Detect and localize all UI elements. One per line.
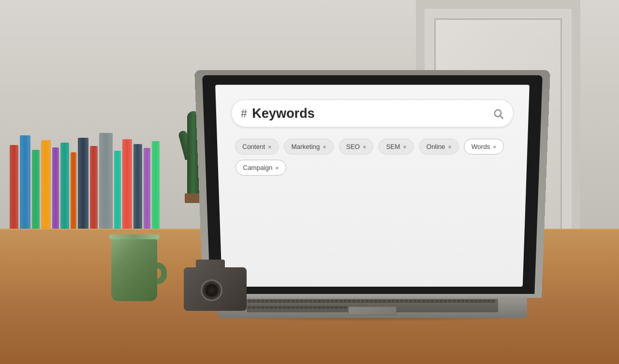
laptop-screen: # Keywords Content×Marketing×SEO×SEM×Onl… — [215, 85, 530, 287]
search-input-display[interactable]: Keywords — [252, 105, 493, 122]
keyboard-key — [265, 300, 269, 303]
keyboard-key — [452, 300, 456, 303]
keyboard-key — [256, 300, 260, 303]
keyboard-key — [300, 300, 304, 303]
keyboard-key — [348, 300, 352, 303]
search-bar[interactable]: # Keywords — [231, 100, 514, 127]
keyboard-key — [265, 306, 269, 309]
keyboard-key — [426, 300, 430, 303]
keyboard-key — [417, 300, 421, 303]
camera — [184, 258, 251, 311]
keyboard-key — [322, 306, 325, 309]
books-shelf — [0, 58, 184, 242]
tag-label: Words — [472, 143, 490, 150]
keyboard-key — [491, 300, 495, 303]
keyboard-key — [326, 300, 330, 303]
keyboard-key — [304, 300, 308, 303]
screen-content: # Keywords Content×Marketing×SEO×SEM×Onl… — [215, 85, 530, 287]
keyboard-key — [322, 300, 325, 303]
keyboard-key — [317, 300, 321, 303]
keyboard-key — [343, 306, 347, 309]
keyboard-key — [400, 300, 404, 303]
tag-label: SEO — [346, 143, 360, 150]
keyboard-key — [269, 300, 273, 303]
keyboard-key — [274, 306, 278, 309]
keyboard-key — [369, 300, 373, 303]
keyboard-key — [365, 300, 369, 303]
keyboard-key — [443, 300, 447, 303]
keyboard-key — [361, 300, 365, 303]
tag-remove-button[interactable]: × — [323, 144, 326, 150]
mug-rim — [109, 234, 160, 239]
keyboard-key — [291, 306, 295, 309]
keyboard-key — [470, 300, 473, 303]
book-item — [60, 143, 69, 242]
keyboard-key — [252, 300, 256, 303]
tag-remove-button[interactable]: × — [448, 144, 452, 150]
tag-remove-button[interactable]: × — [363, 144, 366, 150]
laptop: # Keywords Content×Marketing×SEO×SEM×Onl… — [203, 76, 542, 318]
laptop-touchpad — [348, 306, 397, 315]
book-item — [78, 138, 88, 242]
keyboard-key — [300, 306, 304, 309]
svg-line-1 — [500, 116, 502, 118]
camera-lens — [201, 279, 222, 301]
tag-label: SEM — [386, 143, 400, 150]
screen-bezel: # Keywords Content×Marketing×SEO×SEM×Onl… — [202, 75, 543, 294]
keyboard-key — [461, 300, 465, 303]
keyboard-key — [430, 300, 434, 303]
keyboard-key — [278, 300, 282, 303]
mug-body — [111, 238, 157, 301]
keyboard-key — [391, 300, 395, 303]
tag-pill[interactable]: SEO× — [339, 139, 373, 155]
keyboard-key — [387, 300, 391, 303]
keyboard-key — [487, 300, 491, 303]
tag-remove-button[interactable]: × — [403, 144, 407, 150]
keyboard-key — [313, 300, 317, 303]
camera-body — [184, 267, 247, 311]
tag-pill[interactable]: Online× — [419, 139, 459, 155]
book-item — [41, 140, 51, 242]
coffee-mug — [104, 224, 167, 301]
keyboard-key — [335, 300, 339, 303]
hash-icon: # — [241, 107, 248, 120]
book-item — [32, 150, 40, 242]
tag-remove-button[interactable]: × — [493, 144, 496, 150]
keyboard-key — [439, 300, 443, 303]
book-item — [20, 135, 30, 242]
keyboard-key — [478, 300, 482, 303]
keyboard-key — [309, 306, 312, 309]
scene: # Keywords Content×Marketing×SEO×SEM×Onl… — [0, 0, 619, 364]
keyboard-key — [269, 306, 273, 309]
tag-remove-button[interactable]: × — [275, 164, 279, 171]
keyboard-key — [339, 306, 343, 309]
keyboard-key — [396, 300, 399, 303]
tag-pill[interactable]: SEM× — [379, 139, 414, 155]
keyboard-key — [274, 300, 278, 303]
keyboard-key — [335, 306, 339, 309]
search-icon — [493, 108, 504, 119]
keyboard-key — [378, 300, 382, 303]
keyboard-key — [356, 300, 360, 303]
book-item — [52, 147, 59, 242]
tag-pill[interactable]: Words× — [464, 139, 504, 155]
tag-label: Content — [242, 143, 265, 150]
keyboard-key — [330, 306, 334, 309]
keyboard-key — [404, 300, 408, 303]
tag-pill[interactable]: Campaign× — [235, 160, 286, 175]
tag-remove-button[interactable]: × — [268, 144, 271, 150]
tag-pill[interactable]: Content× — [235, 139, 279, 155]
tag-pill[interactable]: Marketing× — [284, 139, 334, 155]
keyboard-key — [465, 300, 469, 303]
keyboard-key — [339, 300, 343, 303]
laptop-base — [218, 296, 527, 318]
tags-area: Content×Marketing×SEO×SEM×Online×Words×C… — [232, 139, 513, 175]
keyboard-key — [282, 300, 286, 303]
keyboard-key — [304, 306, 308, 309]
keyboard-key — [252, 306, 256, 309]
tag-label: Online — [427, 143, 445, 150]
keyboard-key — [448, 300, 452, 303]
keyboard-key — [326, 306, 330, 309]
book-item — [10, 145, 18, 242]
keyboard-key — [282, 306, 286, 309]
